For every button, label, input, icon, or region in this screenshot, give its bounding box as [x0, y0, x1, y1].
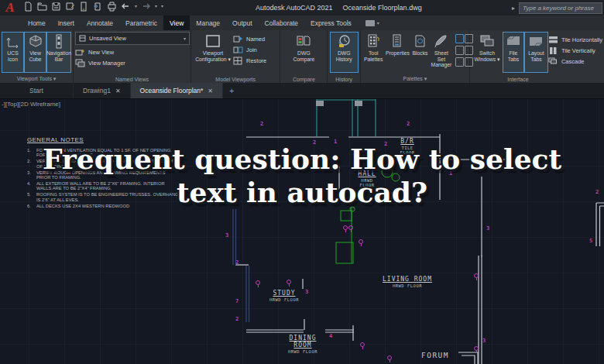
fixture-symbol	[387, 355, 392, 360]
file-tab-start[interactable]: Start	[0, 83, 74, 98]
floorplan-markers: 2212212335237243	[0, 99, 604, 364]
redo-icon[interactable]	[141, 2, 151, 12]
panel-interface: Switch Windows ▾ File Tabs Layout Tabs T…	[470, 30, 604, 83]
view-dropdown[interactable]: Unsaved View ▾	[75, 32, 190, 45]
blocks-icon	[413, 34, 428, 49]
view-cube-icon	[28, 34, 43, 49]
redo-dropdown-icon[interactable]: ▾	[155, 2, 157, 12]
tab-view[interactable]: View	[163, 15, 190, 30]
panel-label-viewport-tools[interactable]: Viewport Tools ▾	[0, 76, 73, 82]
dwg-history-button[interactable]: DWG History	[330, 32, 359, 73]
dwg-compare-icon	[296, 34, 311, 49]
headline-line2: text in autocad?	[0, 176, 604, 209]
layout-tabs-toggle-button[interactable]: Layout Tabs	[524, 32, 548, 73]
restore-viewports-button[interactable]: Restore	[233, 55, 266, 66]
new-file-icon[interactable]	[23, 2, 33, 12]
undo-dropdown-icon[interactable]: ▾	[135, 2, 137, 12]
search-arrow-icon[interactable]: ▸	[512, 5, 515, 12]
ribbon-state-icon	[365, 20, 375, 26]
panel-viewport-tools: UCS Icon View Cube Navigation Bar Viewpo…	[0, 30, 74, 83]
close-icon[interactable]: ✕	[115, 88, 121, 94]
palette-mini-icon[interactable]	[455, 57, 464, 67]
panel-compare: DWG Compare Compare	[280, 30, 328, 83]
panel-history: DWG History History	[328, 30, 360, 83]
sheet-set-manager-icon	[434, 34, 449, 49]
new-view-icon	[75, 48, 85, 57]
palette-mini-icon[interactable]	[455, 34, 464, 43]
view-manager-icon	[75, 59, 85, 67]
help-search: ▸ Type a keyword or phrase	[512, 2, 602, 14]
new-drawing-tab-button[interactable]: +	[223, 83, 240, 98]
title-bar: A ▾ ▾ ▾ Autodesk AutoCAD 2021 Oceanside …	[0, 0, 604, 15]
view-manager-button[interactable]: View Manager	[75, 57, 189, 68]
caret-down-icon: ▾	[184, 36, 186, 41]
app-title: Autodesk AutoCAD 2021	[256, 4, 333, 12]
autocad-logo-icon[interactable]: A	[2, 0, 19, 15]
save-as-icon[interactable]	[65, 2, 75, 12]
new-view-button[interactable]: New View	[75, 46, 189, 57]
ribbon: UCS Icon View Cube Navigation Bar Viewpo…	[0, 30, 604, 83]
keynote-marker: 4	[329, 333, 332, 339]
file-tab-drawing1[interactable]: Drawing1 ✕	[74, 83, 131, 98]
tile-vertically-button[interactable]: Tile Vertically	[548, 45, 602, 56]
print-icon[interactable]	[107, 2, 117, 12]
plot-mobile-icon[interactable]	[79, 2, 89, 12]
autocad-window: A ▾ ▾ ▾ Autodesk AutoCAD 2021 Oceanside …	[0, 0, 604, 364]
join-viewports-button[interactable]: Join	[233, 44, 266, 55]
headline-line1: Frequent question: How to select	[0, 143, 604, 176]
sheet-set-manager-button[interactable]: Sheet Set Manager	[430, 32, 454, 73]
tab-insert[interactable]: Insert	[52, 15, 81, 30]
file-tabs-toggle-button[interactable]: File Tabs	[503, 32, 524, 73]
ribbon-display-toggle[interactable]: ▾	[365, 15, 379, 30]
tab-home[interactable]: Home	[22, 15, 52, 30]
tab-annotate[interactable]: Annotate	[81, 15, 119, 30]
dwg-compare-button[interactable]: DWG Compare	[287, 32, 320, 73]
window-title: Autodesk AutoCAD 2021 Oceanside Floorpla…	[256, 0, 422, 15]
search-input[interactable]: Type a keyword or phrase	[519, 2, 602, 14]
named-viewports-button[interactable]: Named	[233, 33, 266, 44]
keynote-marker: 3	[486, 225, 489, 232]
fixture-symbol	[360, 342, 365, 347]
palette-mini-icon[interactable]	[455, 46, 464, 55]
transfer-icon[interactable]	[93, 2, 103, 12]
keynote-marker: 2	[235, 259, 239, 266]
panel-label-named-views[interactable]: Named Views	[74, 77, 190, 82]
panel-model-viewports: Viewport Configuration ▾ Named Join Rest…	[191, 30, 280, 83]
file-tab-oceanside-floorplan[interactable]: Oceanside Floorplan* ✕	[131, 83, 223, 98]
tab-parametric[interactable]: Parametric	[119, 15, 163, 30]
keynote-marker: 2	[235, 316, 239, 322]
caret-down-icon: ▾	[377, 20, 379, 26]
properties-button[interactable]: Properties	[384, 32, 410, 73]
tab-output[interactable]: Output	[226, 15, 259, 30]
open-folder-icon[interactable]	[37, 2, 47, 12]
panel-label-palettes[interactable]: Palettes ▾	[361, 76, 469, 82]
fixture-symbol	[256, 280, 260, 285]
tile-horizontally-button[interactable]: Tile Horizontally	[548, 34, 602, 45]
viewport-configuration-icon	[205, 34, 221, 49]
view-cube-button[interactable]: View Cube	[24, 32, 46, 73]
panel-label-interface: Interface	[470, 77, 566, 82]
dwg-history-icon	[336, 34, 352, 49]
keynote-marker: 7	[235, 298, 239, 304]
navigation-bar-button[interactable]: Navigation Bar	[46, 32, 71, 73]
close-icon[interactable]: ✕	[208, 88, 213, 94]
cascade-button[interactable]: Cascade	[548, 56, 602, 67]
switch-windows-button[interactable]: Switch Windows ▾	[472, 32, 503, 73]
save-icon[interactable]	[51, 2, 61, 12]
undo-icon[interactable]	[121, 2, 131, 12]
ucs-icon	[5, 34, 21, 49]
panel-label-compare: Compare	[280, 77, 327, 82]
fixture-symbol	[359, 239, 363, 244]
drawing-canvas[interactable]: -][Top][2D Wireframe] GENERAL NOTES 1.FO…	[0, 99, 604, 364]
qat-customize-icon[interactable]: ▾	[161, 2, 163, 12]
tool-palettes-button[interactable]: Tool Palettes	[362, 32, 385, 73]
view-icon	[79, 35, 86, 42]
blocks-button[interactable]: Blocks	[410, 32, 429, 73]
ucs-icon-button[interactable]: UCS Icon	[2, 32, 24, 73]
tab-manage[interactable]: Manage	[190, 15, 226, 30]
panel-label-model-viewports: Model Viewports	[191, 77, 280, 82]
viewport-configuration-button[interactable]: Viewport Configuration ▾	[193, 32, 233, 73]
tab-express-tools[interactable]: Express Tools	[304, 15, 358, 30]
tab-collaborate[interactable]: Collaborate	[259, 15, 304, 30]
join-viewports-icon	[233, 46, 243, 54]
